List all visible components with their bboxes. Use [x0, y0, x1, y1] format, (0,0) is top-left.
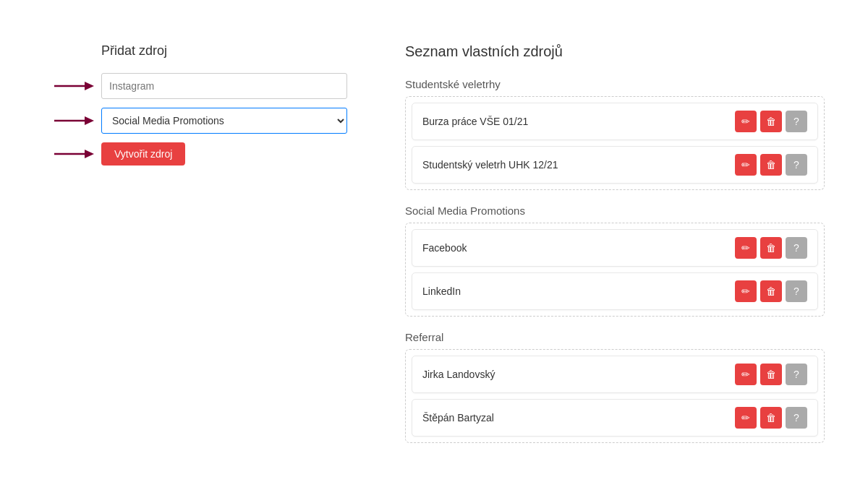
source-actions: ✏ 🗑 ? — [735, 364, 807, 385]
edit-button[interactable]: ✏ — [735, 364, 757, 385]
group-box-3: Jirka Landovský ✏ 🗑 ? Štěpán Bartyzal ✏ … — [405, 349, 825, 443]
arrow-icon-2 — [54, 113, 94, 128]
edit-button[interactable]: ✏ — [735, 280, 757, 302]
right-panel: Seznam vlastních zdrojů Studentské velet… — [405, 36, 825, 454]
group-studentske-veletrhy: Studentské veletrhy Burza práce VŠE 01/2… — [405, 78, 825, 190]
arrow-icon-3 — [54, 147, 94, 161]
info-button[interactable]: ? — [786, 407, 807, 429]
sources-list-title: Seznam vlastních zdrojů — [405, 43, 825, 60]
list-item: Jirka Landovský ✏ 🗑 ? — [412, 356, 818, 393]
source-actions: ✏ 🗑 ? — [735, 280, 807, 302]
list-item: Štěpán Bartyzal ✏ 🗑 ? — [412, 399, 818, 437]
source-name-input[interactable]: Instagram — [101, 73, 347, 99]
source-name: Facebook — [422, 242, 735, 254]
edit-button[interactable]: ✏ — [735, 237, 757, 259]
source-name: LinkedIn — [422, 285, 735, 297]
arrow-icon-1 — [54, 79, 94, 93]
info-button[interactable]: ? — [786, 237, 807, 259]
delete-button[interactable]: 🗑 — [760, 111, 782, 132]
delete-button[interactable]: 🗑 — [760, 154, 782, 176]
source-actions: ✏ 🗑 ? — [735, 407, 807, 429]
arrow-category — [43, 113, 94, 128]
list-item: LinkedIn ✏ 🗑 ? — [412, 272, 818, 310]
delete-button[interactable]: 🗑 — [760, 364, 782, 385]
group-referral: Referral Jirka Landovský ✏ 🗑 ? Štěpán Ba… — [405, 331, 825, 443]
edit-button[interactable]: ✏ — [735, 111, 757, 132]
group-social-media: Social Media Promotions Facebook ✏ 🗑 ? L… — [405, 205, 825, 317]
svg-marker-1 — [85, 82, 94, 90]
create-source-button[interactable]: Vytvořit zdroj — [101, 142, 185, 166]
delete-button[interactable]: 🗑 — [760, 407, 782, 429]
category-select-row: Studentské veletrhy Social Media Promoti… — [43, 108, 347, 134]
list-item: Facebook ✏ 🗑 ? — [412, 229, 818, 267]
info-button[interactable]: ? — [786, 111, 807, 132]
source-name: Jirka Landovský — [422, 369, 735, 380]
group-label-3: Referral — [405, 331, 825, 343]
arrow-create — [43, 147, 94, 161]
svg-marker-5 — [85, 150, 94, 158]
delete-button[interactable]: 🗑 — [760, 280, 782, 302]
svg-marker-3 — [85, 116, 94, 125]
source-actions: ✏ 🗑 ? — [735, 154, 807, 176]
edit-button[interactable]: ✏ — [735, 407, 757, 429]
add-source-title: Přidat zdroj — [101, 43, 347, 59]
source-actions: ✏ 🗑 ? — [735, 111, 807, 132]
info-button[interactable]: ? — [786, 364, 807, 385]
name-input-row: Instagram — [43, 73, 347, 99]
info-button[interactable]: ? — [786, 154, 807, 176]
delete-button[interactable]: 🗑 — [760, 237, 782, 259]
info-button[interactable]: ? — [786, 280, 807, 302]
list-item: Burza práce VŠE 01/21 ✏ 🗑 ? — [412, 103, 818, 140]
left-panel: Přidat zdroj Instagram Studentské veletr… — [43, 36, 347, 454]
source-actions: ✏ 🗑 ? — [735, 237, 807, 259]
source-name: Štěpán Bartyzal — [422, 412, 735, 424]
group-box-2: Facebook ✏ 🗑 ? LinkedIn ✏ 🗑 ? — [405, 223, 825, 317]
category-select[interactable]: Studentské veletrhy Social Media Promoti… — [101, 108, 347, 134]
edit-button[interactable]: ✏ — [735, 154, 757, 176]
group-label-1: Studentské veletrhy — [405, 78, 825, 90]
source-name: Burza práce VŠE 01/21 — [422, 116, 735, 127]
arrow-name — [43, 79, 94, 93]
list-item: Studentský veletrh UHK 12/21 ✏ 🗑 ? — [412, 146, 818, 184]
source-name: Studentský veletrh UHK 12/21 — [422, 159, 735, 171]
group-label-2: Social Media Promotions — [405, 205, 825, 217]
page-container: Přidat zdroj Instagram Studentské veletr… — [0, 0, 868, 490]
create-button-row: Vytvořit zdroj — [43, 142, 347, 166]
group-box-1: Burza práce VŠE 01/21 ✏ 🗑 ? Studentský v… — [405, 96, 825, 190]
